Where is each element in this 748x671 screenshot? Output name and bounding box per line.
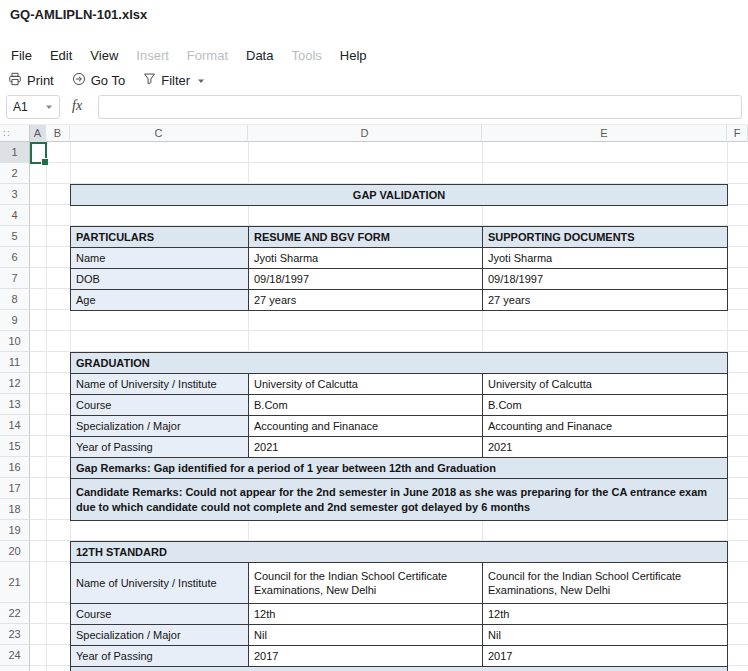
column-header-B[interactable]: B bbox=[46, 125, 70, 142]
chevron-down-icon bbox=[45, 100, 53, 114]
next-section-header-partial bbox=[70, 666, 728, 671]
row-header-16[interactable]: 16 bbox=[0, 457, 30, 478]
table-cell[interactable]: 27 years bbox=[249, 290, 483, 311]
row-header-17[interactable]: 17 bbox=[0, 478, 30, 499]
row-header-10[interactable]: 10 bbox=[0, 331, 30, 352]
twelfth-standard-table: 12TH STANDARD Name of University / Insti… bbox=[70, 541, 728, 667]
row-header-11[interactable]: 11 bbox=[0, 352, 30, 373]
chevron-down-icon bbox=[197, 73, 205, 88]
table-cell[interactable]: 2021 bbox=[249, 437, 483, 458]
table-cell[interactable]: 09/18/1997 bbox=[483, 269, 728, 290]
row-header-6[interactable]: 6 bbox=[0, 247, 30, 268]
row-label-cell[interactable]: Name of University / Institute bbox=[71, 563, 249, 604]
table-cell[interactable]: University of Calcutta bbox=[483, 374, 728, 395]
row-header-15[interactable]: 15 bbox=[0, 436, 30, 457]
table-cell[interactable]: 12th bbox=[483, 604, 728, 625]
row-header-24[interactable]: 24 bbox=[0, 645, 30, 666]
row-label-cell[interactable]: Name of University / Institute bbox=[71, 374, 249, 395]
table-cell[interactable]: Nil bbox=[249, 625, 483, 646]
row-header-21[interactable]: 21 bbox=[0, 562, 30, 603]
print-button[interactable]: Print bbox=[8, 72, 54, 89]
menu-item-help[interactable]: Help bbox=[331, 45, 376, 67]
row-label-cell[interactable]: Course bbox=[71, 395, 249, 416]
cell-reference: A1 bbox=[13, 100, 28, 114]
row-header-5[interactable]: 5 bbox=[0, 226, 30, 247]
section-title-cell[interactable]: 12TH STANDARD bbox=[71, 542, 728, 563]
table-cell[interactable]: Accounting and Finanace bbox=[249, 416, 483, 437]
section-title-cell[interactable]: GRADUATION bbox=[71, 353, 728, 374]
table-cell[interactable]: Accounting and Finanace bbox=[483, 416, 728, 437]
row-header-1[interactable]: 1 bbox=[0, 142, 30, 163]
row-header-18[interactable]: 18 bbox=[0, 499, 30, 520]
cell-reference-box[interactable]: A1 bbox=[6, 95, 60, 119]
table-cell[interactable]: 2017 bbox=[249, 646, 483, 667]
table-cell[interactable]: Council for the Indian School Certificat… bbox=[249, 563, 483, 604]
row-header-4[interactable]: 4 bbox=[0, 205, 30, 226]
table-header-cell[interactable]: RESUME AND BGV FORM bbox=[249, 227, 483, 248]
row-header-25[interactable]: 25 bbox=[0, 666, 30, 671]
row-header-8[interactable]: 8 bbox=[0, 289, 30, 310]
selection-box[interactable] bbox=[30, 142, 47, 164]
row-label-cell[interactable]: Course bbox=[71, 604, 249, 625]
row-label-cell[interactable]: DOB bbox=[71, 269, 249, 290]
menu-item-edit[interactable]: Edit bbox=[41, 45, 81, 67]
row-header-7[interactable]: 7 bbox=[0, 268, 30, 289]
column-header-D[interactable]: D bbox=[248, 125, 482, 142]
table-cell[interactable]: B.Com bbox=[249, 395, 483, 416]
row-label-cell[interactable]: Specialization / Major bbox=[71, 625, 249, 646]
column-header-row: ∷ ABCDEF bbox=[0, 124, 748, 142]
table-cell[interactable]: 2021 bbox=[483, 437, 728, 458]
menu-item-file[interactable]: File bbox=[2, 45, 41, 67]
row-header-9[interactable]: 9 bbox=[0, 310, 30, 331]
table-cell[interactable]: 27 years bbox=[483, 290, 728, 311]
window-title: GQ-AMLIPLN-101.xlsx bbox=[10, 7, 147, 22]
table-cell[interactable]: B.Com bbox=[483, 395, 728, 416]
table-cell[interactable]: 12th bbox=[249, 604, 483, 625]
column-header-C[interactable]: C bbox=[70, 125, 248, 142]
row-header-22[interactable]: 22 bbox=[0, 603, 30, 624]
table-cell[interactable]: Nil bbox=[483, 625, 728, 646]
gridline bbox=[30, 162, 748, 163]
row-label-cell[interactable]: Age bbox=[71, 290, 249, 311]
menu-item-view[interactable]: View bbox=[81, 45, 127, 67]
row-header-12[interactable]: 12 bbox=[0, 373, 30, 394]
row-header-20[interactable]: 20 bbox=[0, 541, 30, 562]
filter-icon bbox=[143, 72, 156, 88]
table-cell[interactable]: 2017 bbox=[483, 646, 728, 667]
row-header-23[interactable]: 23 bbox=[0, 624, 30, 645]
spreadsheet-app: GQ-AMLIPLN-101.xlsx FileEditViewInsertFo… bbox=[0, 0, 748, 671]
column-header-F[interactable]: F bbox=[727, 125, 748, 142]
toolbar: Print Go To Filter bbox=[8, 68, 205, 92]
table-header-cell[interactable]: SUPPORTING DOCUMENTS bbox=[483, 227, 728, 248]
column-header-A[interactable]: A bbox=[30, 125, 46, 142]
menu-item-tools: Tools bbox=[282, 45, 330, 67]
row-label-cell[interactable]: Year of Passing bbox=[71, 437, 249, 458]
formula-input[interactable] bbox=[98, 95, 742, 119]
table-cell[interactable]: Jyoti Sharma bbox=[249, 248, 483, 269]
table-cell[interactable]: 09/18/1997 bbox=[249, 269, 483, 290]
table-header-cell[interactable]: PARTICULARS bbox=[71, 227, 249, 248]
row-header-3[interactable]: 3 bbox=[0, 184, 30, 205]
menu-bar: FileEditViewInsertFormatDataToolsHelp bbox=[2, 45, 376, 67]
fx-label: fx bbox=[72, 98, 82, 114]
row-header-19[interactable]: 19 bbox=[0, 520, 30, 541]
column-header-E[interactable]: E bbox=[482, 125, 727, 142]
filter-button[interactable]: Filter bbox=[143, 72, 205, 88]
fill-handle[interactable] bbox=[41, 158, 49, 166]
row-label-cell[interactable]: Specialization / Major bbox=[71, 416, 249, 437]
row-header-13[interactable]: 13 bbox=[0, 394, 30, 415]
table-cell[interactable]: Council for the Indian School Certificat… bbox=[483, 563, 728, 604]
row-label-cell[interactable]: Year of Passing bbox=[71, 646, 249, 667]
row-header-2[interactable]: 2 bbox=[0, 163, 30, 184]
goto-label: Go To bbox=[91, 73, 125, 88]
menu-item-data[interactable]: Data bbox=[237, 45, 282, 67]
table-cell[interactable]: Jyoti Sharma bbox=[483, 248, 728, 269]
row-label-cell[interactable]: Name bbox=[71, 248, 249, 269]
select-all-corner[interactable]: ∷ bbox=[0, 125, 30, 142]
candidate-remarks-cell[interactable]: Candidate Remarks: Could not appear for … bbox=[71, 479, 728, 521]
goto-button[interactable]: Go To bbox=[72, 72, 125, 89]
gap-validation-banner[interactable]: GAP VALIDATION bbox=[70, 184, 728, 206]
row-header-14[interactable]: 14 bbox=[0, 415, 30, 436]
gap-remarks-cell[interactable]: Gap Remarks: Gap identified for a period… bbox=[71, 458, 728, 479]
table-cell[interactable]: University of Calcutta bbox=[249, 374, 483, 395]
